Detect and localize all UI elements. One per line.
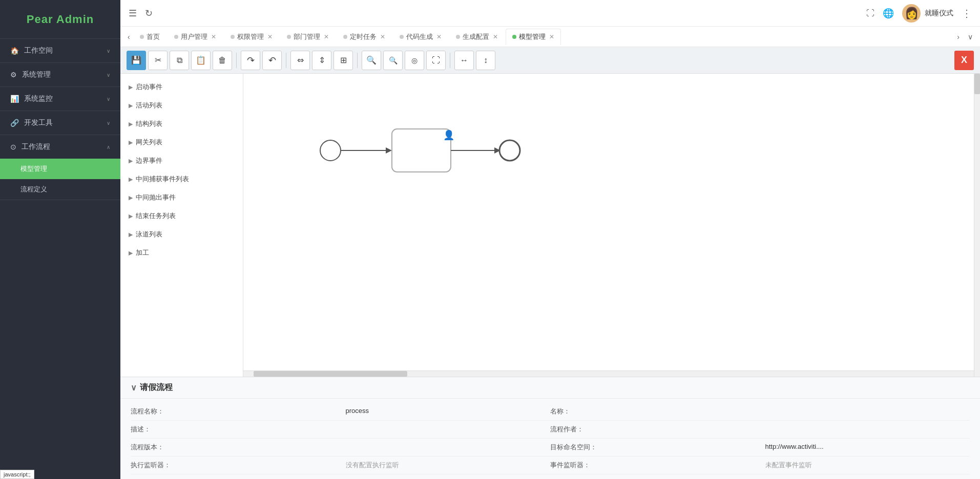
close-editor-button[interactable]: X bbox=[954, 51, 974, 70]
tab-model-manage[interactable]: 模型管理 ✕ bbox=[506, 29, 561, 45]
tabs-bar: ‹ 首页 用户管理 ✕ 权限管理 ✕ 部门管理 ✕ bbox=[120, 27, 980, 47]
menu-icon[interactable]: ☰ bbox=[129, 8, 137, 19]
collapse-icon[interactable]: ∨ bbox=[131, 383, 137, 393]
prop-label-event-listener: 事件监听器： bbox=[550, 456, 760, 474]
tree-item-start-event[interactable]: ▶ 启动事件 bbox=[120, 78, 243, 96]
tab-dept-manage[interactable]: 部门管理 ✕ bbox=[280, 29, 336, 45]
tree-item-boundary-event[interactable]: ▶ 边界事件 bbox=[120, 151, 243, 170]
tree-item-struct-list[interactable]: ▶ 结构列表 bbox=[120, 115, 243, 133]
copy-button[interactable]: ⧉ bbox=[170, 51, 189, 70]
tab-gen-config[interactable]: 生成配置 ✕ bbox=[449, 29, 505, 45]
sidebar-group-dev-tools: 🔗 开发工具 ∨ bbox=[0, 111, 120, 135]
hscroll-thumb[interactable] bbox=[254, 371, 407, 377]
align-h-button[interactable]: ⇔ bbox=[290, 51, 310, 70]
tab-dept-close[interactable]: ✕ bbox=[324, 33, 329, 40]
prop-label-desc: 描述： bbox=[131, 421, 341, 439]
save-button[interactable]: 💾 bbox=[127, 51, 146, 70]
toolbar-divider-1 bbox=[236, 53, 237, 68]
zoom-out-button[interactable]: 🔍 bbox=[383, 51, 403, 70]
tab-task-schedule[interactable]: 定时任务 ✕ bbox=[337, 29, 392, 45]
sidebar-group-sys-manage-header[interactable]: ⚙ 系统管理 ∨ bbox=[0, 63, 120, 86]
tab-user-close[interactable]: ✕ bbox=[211, 33, 216, 40]
tab-perm-manage[interactable]: 权限管理 ✕ bbox=[224, 29, 279, 45]
workspace-label: 工作空间 bbox=[24, 46, 53, 55]
refresh-icon[interactable]: ↻ bbox=[145, 8, 153, 19]
tree-item-swim-lane[interactable]: ▶ 泳道列表 bbox=[120, 225, 243, 244]
redo-button[interactable]: ↷ bbox=[241, 51, 260, 70]
tab-home[interactable]: 首页 bbox=[133, 29, 166, 45]
task-box bbox=[392, 129, 451, 172]
tab-next-arrow[interactable]: › bbox=[954, 33, 963, 41]
undo-button[interactable]: ↶ bbox=[262, 51, 282, 70]
tree-item-activity-list[interactable]: ▶ 活动列表 bbox=[120, 96, 243, 115]
tree-arrow-swim-lane: ▶ bbox=[129, 231, 133, 238]
flow-layout-v-button[interactable]: ↕ bbox=[476, 51, 495, 70]
flow-layout-h-button[interactable]: ↔ bbox=[454, 51, 474, 70]
more-icon[interactable]: ⋮ bbox=[962, 7, 972, 19]
prop-value-author bbox=[760, 421, 970, 439]
tab-task-close[interactable]: ✕ bbox=[380, 33, 385, 40]
bottom-panel-header: ∨ 请假流程 bbox=[120, 377, 980, 399]
tab-prev-arrow[interactable]: ‹ bbox=[124, 33, 133, 41]
prop-value-version bbox=[341, 439, 551, 456]
sidebar-group-sys-monitor: 📊 系统监控 ∨ bbox=[0, 87, 120, 111]
prop-value-exec-listener: 没有配置执行监听 bbox=[341, 456, 551, 474]
sys-manage-icon: ⚙ bbox=[10, 71, 17, 79]
main-content: ☰ ↻ ⛶ 🌐 👩 就睡仪式 ⋮ ‹ 首页 bbox=[120, 0, 980, 479]
cut-button[interactable]: ✂ bbox=[148, 51, 168, 70]
close-editor-icon: X bbox=[961, 55, 967, 66]
horizontal-scrollbar[interactable] bbox=[243, 371, 974, 377]
paste-button[interactable]: 📋 bbox=[191, 51, 211, 70]
align-v-button[interactable]: ⇕ bbox=[312, 51, 331, 70]
tree-item-gateway-list[interactable]: ▶ 网关列表 bbox=[120, 133, 243, 151]
tree-item-mid-throw[interactable]: ▶ 中间抛出事件 bbox=[120, 188, 243, 207]
zoom-fit-button[interactable]: ◎ bbox=[405, 51, 424, 70]
sidebar-group-dev-tools-header[interactable]: 🔗 开发工具 ∨ bbox=[0, 111, 120, 135]
vertical-scrollbar[interactable] bbox=[974, 74, 980, 377]
sidebar-group-workspace: 🏠 工作空间 ∨ bbox=[0, 39, 120, 63]
user-menu[interactable]: 👩 就睡仪式 bbox=[902, 4, 953, 23]
content-area: ▶ 启动事件 ▶ 活动列表 ▶ 结构列表 ▶ 网关列表 ▶ 边界事件 bbox=[120, 74, 980, 479]
prop-value-event-listener: 未配置事件监听 bbox=[760, 456, 970, 474]
sidebar-item-model-manage[interactable]: 模型管理 bbox=[0, 159, 120, 179]
sidebar-group-workflow-header[interactable]: ⊙ 工作流程 ∧ bbox=[0, 135, 120, 159]
tab-model-close[interactable]: ✕ bbox=[549, 33, 554, 40]
topbar-left: ☰ ↻ bbox=[129, 8, 153, 19]
workspace-chevron: ∨ bbox=[107, 48, 110, 54]
toolbar-divider-4 bbox=[450, 53, 450, 68]
zoom-reset-button[interactable]: ⛶ bbox=[426, 51, 446, 70]
copy-icon: ⧉ bbox=[177, 56, 182, 65]
workflow-chevron: ∧ bbox=[107, 144, 110, 150]
tab-user-manage[interactable]: 用户管理 ✕ bbox=[168, 29, 223, 45]
sidebar-group-sys-monitor-header[interactable]: 📊 系统监控 ∨ bbox=[0, 87, 120, 111]
tree-arrow-gateway: ▶ bbox=[129, 139, 133, 146]
tab-code-gen[interactable]: 代码生成 ✕ bbox=[393, 29, 448, 45]
tree-item-end-task[interactable]: ▶ 结束任务列表 bbox=[120, 207, 243, 225]
tree-arrow-process: ▶ bbox=[129, 250, 133, 256]
sidebar-item-flow-define[interactable]: 流程定义 bbox=[0, 179, 120, 200]
vscroll-thumb[interactable] bbox=[974, 74, 980, 94]
canvas-area[interactable]: 👤 bbox=[243, 74, 980, 377]
prop-value-signal-def: 没有配置信号定义 bbox=[341, 474, 551, 479]
tree-item-mid-capture[interactable]: ▶ 中间捕获事件列表 bbox=[120, 170, 243, 188]
tree-item-process[interactable]: ▶ 加工 bbox=[120, 244, 243, 262]
js-status-label: javascript:; bbox=[0, 470, 34, 479]
sys-monitor-icon: 📊 bbox=[10, 95, 19, 103]
tab-code-close[interactable]: ✕ bbox=[436, 33, 442, 40]
align-grid-button[interactable]: ⊞ bbox=[333, 51, 353, 70]
task-person-icon: 👤 bbox=[443, 129, 455, 141]
delete-button[interactable]: 🗑 bbox=[213, 51, 232, 70]
tabs-end: › ∨ bbox=[954, 33, 976, 41]
tab-perm-close[interactable]: ✕ bbox=[267, 33, 273, 40]
fullscreen-icon[interactable]: ⛶ bbox=[866, 9, 874, 18]
tab-dropdown-arrow[interactable]: ∨ bbox=[965, 33, 976, 41]
zoom-in-button[interactable]: 🔍 bbox=[362, 51, 381, 70]
sidebar-group-workspace-header[interactable]: 🏠 工作空间 ∨ bbox=[0, 39, 120, 62]
tab-gen-close[interactable]: ✕ bbox=[493, 33, 498, 40]
tab-dept-dot bbox=[287, 35, 291, 39]
paste-icon: 📋 bbox=[196, 55, 206, 65]
globe-icon[interactable]: 🌐 bbox=[883, 8, 894, 19]
tab-task-dot bbox=[343, 35, 347, 39]
align-v-icon: ⇕ bbox=[319, 55, 325, 65]
topbar-right: ⛶ 🌐 👩 就睡仪式 ⋮ bbox=[866, 4, 972, 23]
